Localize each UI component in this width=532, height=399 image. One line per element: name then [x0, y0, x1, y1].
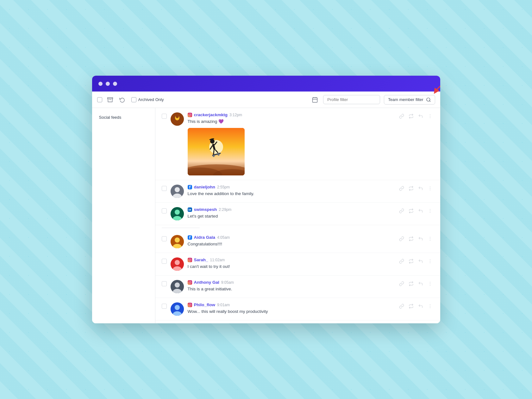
svg-point-65	[190, 282, 191, 282]
post-time: 2:29pm	[219, 207, 231, 212]
linkedin-icon	[188, 207, 192, 212]
retweet-button[interactable]	[407, 185, 415, 192]
post-time: 4:05am	[217, 235, 230, 240]
feed-area[interactable]: crackerjackmktg 3:12pm This is amazing 💜	[155, 108, 440, 323]
avatar-image	[171, 257, 184, 271]
calendar-button[interactable]	[310, 95, 319, 104]
svg-point-74	[190, 304, 191, 304]
window-dot-2	[106, 82, 110, 86]
post-actions	[398, 257, 434, 265]
post-checkbox[interactable]	[162, 186, 167, 191]
retweet-button[interactable]	[407, 280, 415, 288]
svg-point-31	[430, 117, 430, 118]
username[interactable]: swimspesh	[194, 207, 217, 212]
post-time: 3:12pm	[229, 113, 242, 117]
reply-button[interactable]	[417, 207, 424, 215]
svg-point-39	[175, 210, 180, 215]
svg-point-70	[175, 305, 180, 310]
archive-button[interactable]	[106, 96, 114, 104]
fb-logo	[189, 236, 191, 239]
svg-point-57	[430, 260, 430, 260]
svg-point-43	[430, 211, 430, 211]
more-button[interactable]	[426, 302, 434, 310]
retweet-button[interactable]	[407, 112, 415, 120]
reply-button[interactable]	[417, 280, 424, 288]
post-time: 11:02am	[210, 258, 225, 262]
post-text: This is a great initiative.	[188, 286, 394, 292]
avatar	[171, 207, 184, 220]
avatar	[171, 280, 184, 293]
profile-filter-input[interactable]	[323, 95, 380, 104]
link-button[interactable]	[398, 235, 405, 243]
sidebar-item-label: Social feeds	[99, 115, 122, 120]
link-button[interactable]	[398, 257, 405, 265]
username[interactable]: danieljohn	[194, 185, 216, 189]
link-button[interactable]	[398, 185, 405, 192]
link-button[interactable]	[398, 302, 405, 310]
svg-point-61	[175, 282, 180, 288]
retweet-button[interactable]	[407, 235, 415, 243]
username[interactable]: Philo_flow	[194, 302, 216, 307]
post-checkbox[interactable]	[162, 208, 167, 213]
instagram-icon	[188, 258, 192, 262]
post-text: Wow... this will really boost my product…	[188, 308, 394, 315]
username[interactable]: Aidra Gala	[194, 235, 216, 240]
team-member-filter-button[interactable]: Team member filter	[384, 95, 435, 104]
svg-point-37	[430, 190, 430, 190]
facebook-icon	[188, 235, 192, 240]
link-button[interactable]	[398, 280, 405, 288]
username[interactable]: Sarah_	[194, 257, 208, 262]
svg-point-59	[430, 263, 430, 263]
username[interactable]: crackerjackmktg	[194, 112, 228, 117]
avatar	[171, 235, 184, 248]
link-button[interactable]	[398, 207, 405, 215]
more-button[interactable]	[426, 185, 434, 192]
post-actions	[398, 185, 434, 192]
avatar	[171, 112, 184, 126]
sidebar-item-social-feeds[interactable]: Social feeds	[96, 113, 151, 122]
post-time: 2:55pm	[217, 185, 230, 189]
post-checkbox[interactable]	[162, 114, 167, 119]
svg-rect-54	[188, 259, 191, 261]
more-button[interactable]	[426, 257, 434, 265]
post-checkbox[interactable]	[162, 236, 167, 241]
svg-point-52	[175, 260, 180, 265]
username[interactable]: Anthony Gal	[194, 280, 219, 285]
reply-button[interactable]	[417, 257, 424, 265]
more-button[interactable]	[426, 280, 434, 288]
reply-button[interactable]	[417, 302, 424, 310]
post-checkbox[interactable]	[162, 304, 167, 309]
post-header: Sarah_ 11:02am	[188, 257, 394, 262]
retweet-button[interactable]	[407, 302, 415, 310]
svg-point-76	[430, 306, 430, 307]
archived-checkbox[interactable]	[131, 97, 136, 102]
svg-point-56	[190, 259, 191, 259]
post-actions	[398, 207, 434, 215]
refresh-button[interactable]	[118, 96, 126, 104]
post-body: crackerjackmktg 3:12pm This is amazing 💜	[188, 112, 394, 175]
svg-point-68	[430, 285, 430, 286]
more-button[interactable]	[426, 112, 434, 120]
svg-point-77	[430, 307, 430, 308]
facebook-icon	[188, 185, 192, 189]
post-body: swimspesh 2:29pm Let's get started	[188, 207, 394, 219]
post-actions	[398, 302, 434, 310]
retweet-button[interactable]	[407, 207, 415, 215]
svg-rect-1	[313, 98, 317, 102]
reply-button[interactable]	[417, 235, 424, 243]
instagram-icon	[188, 303, 192, 307]
retweet-button[interactable]	[407, 257, 415, 265]
select-all-checkbox[interactable]	[97, 97, 102, 102]
post-header: crackerjackmktg 3:12pm	[188, 112, 394, 117]
post-checkbox[interactable]	[162, 281, 167, 286]
more-button[interactable]	[426, 207, 434, 215]
link-button[interactable]	[398, 112, 405, 120]
skateboarder-svg	[188, 128, 245, 175]
ig-logo	[188, 281, 191, 284]
reply-button[interactable]	[417, 185, 424, 192]
svg-point-12	[189, 114, 190, 115]
svg-point-66	[430, 282, 430, 283]
more-button[interactable]	[426, 235, 434, 243]
post-checkbox[interactable]	[162, 259, 167, 264]
reply-button[interactable]	[417, 112, 424, 120]
